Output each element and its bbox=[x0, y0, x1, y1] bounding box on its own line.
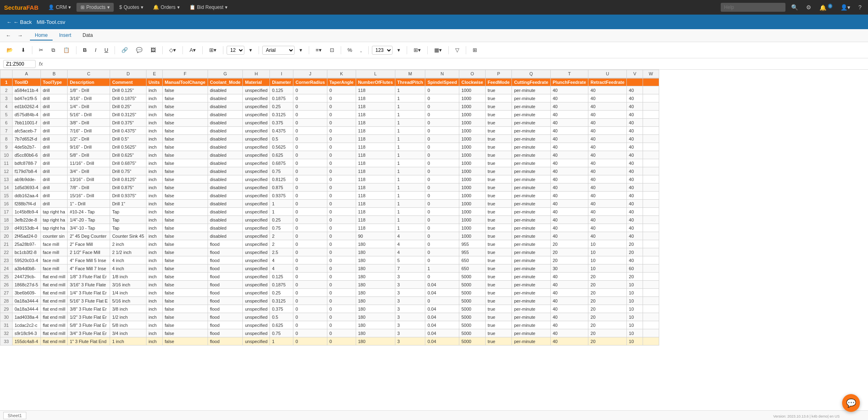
cell-tooltype[interactable]: face mill bbox=[40, 240, 68, 248]
cell-description[interactable]: 1" - Drill bbox=[68, 200, 110, 208]
cell-units[interactable]: inch bbox=[146, 127, 163, 135]
table-row[interactable]: 87b7d652f-ddrill1/2" - DrillDrill 0.5"in… bbox=[0, 135, 659, 143]
table-row[interactable]: 67bb11001-fdrill3/8" - DrillDrill 0.375"… bbox=[0, 119, 659, 127]
cell-comment[interactable]: 3/4 inch bbox=[110, 329, 146, 337]
cell-empty2[interactable] bbox=[643, 208, 659, 216]
cell-comment[interactable]: Drill 0.3125" bbox=[110, 111, 146, 119]
table-row[interactable]: 10d5cc80b6-6drill5/8" - DrillDrill 0.625… bbox=[0, 151, 659, 159]
cell-flutes[interactable]: 90 bbox=[356, 232, 395, 240]
cell-flutes[interactable]: 118 bbox=[356, 183, 395, 192]
cell-retract[interactable]: 10 bbox=[588, 248, 627, 256]
cell-comment[interactable]: Drill 0.4375" bbox=[110, 127, 146, 135]
row-num[interactable]: 19 bbox=[0, 224, 13, 232]
notification-icon[interactable]: 🔔 0 bbox=[817, 3, 835, 12]
cell-empty2[interactable] bbox=[643, 167, 659, 175]
col-m[interactable]: M bbox=[395, 70, 425, 78]
cell-description[interactable]: 3/16" - Drill bbox=[68, 94, 110, 102]
cell-empty2[interactable] bbox=[643, 224, 659, 232]
cell-feedmode[interactable]: true bbox=[486, 200, 512, 208]
cell-flutes[interactable]: 118 bbox=[356, 200, 395, 208]
cell-taper[interactable]: 0 bbox=[327, 321, 356, 329]
cell-plunch[interactable]: 40 bbox=[550, 151, 588, 159]
col-f[interactable]: F bbox=[163, 70, 208, 78]
cell-manual[interactable]: false bbox=[163, 240, 208, 248]
cell-coolant[interactable]: disabled bbox=[208, 224, 243, 232]
cell-empty2[interactable] bbox=[643, 256, 659, 264]
cell-empty1[interactable]: 40 bbox=[627, 159, 643, 167]
cell-tooltype[interactable]: flat end mill bbox=[40, 321, 68, 329]
cell-units[interactable]: inch bbox=[146, 297, 163, 305]
cell-coolant[interactable]: flood bbox=[208, 321, 243, 329]
cell-toolid[interactable]: s9r18c94-3 bbox=[13, 329, 41, 337]
cell-manual[interactable]: false bbox=[163, 289, 208, 297]
cell-coolant[interactable]: flood bbox=[208, 240, 243, 248]
cell-comment[interactable]: 3/16 inch bbox=[110, 281, 146, 289]
cell-units[interactable]: inch bbox=[146, 305, 163, 313]
cell-description[interactable]: 1/4"-20 - Tap bbox=[68, 216, 110, 224]
cell-diameter[interactable]: 0.4375 bbox=[270, 127, 293, 135]
cell-spindle[interactable]: 0.04 bbox=[425, 281, 459, 289]
cell-toolid[interactable]: 0a18a344-4 bbox=[13, 297, 41, 305]
cell-empty2[interactable] bbox=[643, 305, 659, 313]
cell-manual[interactable]: false bbox=[163, 102, 208, 111]
nav-bid-request[interactable]: 📋 Bid Request ▾ bbox=[185, 3, 231, 12]
cell-description[interactable]: #10-24 - Tap bbox=[68, 208, 110, 216]
row-num[interactable]: 6 bbox=[0, 119, 13, 127]
table-row[interactable]: 5d575d84b-4drill5/16" - DrillDrill 0.312… bbox=[0, 111, 659, 119]
cell-spindle[interactable]: 0.04 bbox=[425, 313, 459, 321]
cell-spindle[interactable]: 0 bbox=[425, 273, 459, 281]
tab-home[interactable]: Home bbox=[30, 31, 53, 41]
cell-feedmode[interactable]: true bbox=[486, 119, 512, 127]
cell-empty2[interactable] bbox=[643, 151, 659, 159]
cell-reference[interactable] bbox=[3, 60, 36, 68]
cell-comment[interactable]: Drill 0.75" bbox=[110, 167, 146, 175]
cell-tooltype[interactable]: drill bbox=[40, 111, 68, 119]
cell-empty1[interactable]: 40 bbox=[627, 200, 643, 208]
cell-empty1[interactable]: 40 bbox=[627, 208, 643, 216]
cell-thread[interactable]: 4 bbox=[395, 240, 425, 248]
cell-manual[interactable]: false bbox=[163, 159, 208, 167]
row-num[interactable]: 5 bbox=[0, 111, 13, 119]
cell-feedmode[interactable]: true bbox=[486, 135, 512, 143]
cell-diameter[interactable]: 0.6875 bbox=[270, 159, 293, 167]
cell-retract[interactable]: 20 bbox=[588, 281, 627, 289]
cell-corner[interactable]: 0 bbox=[293, 329, 327, 337]
cell-spindle[interactable]: 0.04 bbox=[425, 329, 459, 337]
cell-description[interactable]: 2" 45 Deg Counter bbox=[68, 232, 110, 240]
cell-diameter[interactable]: 0.5 bbox=[270, 135, 293, 143]
cell-tooltype[interactable]: drill bbox=[40, 200, 68, 208]
row-num[interactable]: 33 bbox=[0, 337, 13, 345]
cell-taper[interactable]: 0 bbox=[327, 297, 356, 305]
cell-clockwise[interactable]: 1000 bbox=[459, 167, 486, 175]
cell-feedmode[interactable]: true bbox=[486, 256, 512, 264]
cell-toolid[interactable]: 3efb22de-8 bbox=[13, 216, 41, 224]
cell-clockwise[interactable]: 1000 bbox=[459, 135, 486, 143]
cell-flutes[interactable]: 118 bbox=[356, 119, 395, 127]
cell-cutting[interactable]: per-minute bbox=[512, 297, 550, 305]
cell-empty1[interactable]: 40 bbox=[627, 175, 643, 183]
cell-feedmode[interactable]: true bbox=[486, 127, 512, 135]
cell-thread[interactable]: 3 bbox=[395, 321, 425, 329]
cell-cutting[interactable]: per-minute bbox=[512, 248, 550, 256]
tab-insert[interactable]: Insert bbox=[54, 31, 76, 41]
cell-material[interactable]: unspecified bbox=[243, 86, 270, 94]
col-w[interactable]: W bbox=[643, 70, 659, 78]
cell-material[interactable]: unspecified bbox=[243, 127, 270, 135]
cell-clockwise[interactable]: 650 bbox=[459, 264, 486, 273]
cell-retract[interactable]: 40 bbox=[588, 167, 627, 175]
cell-toolid[interactable]: bc1cb3f2-8 bbox=[13, 248, 41, 256]
cell-manual[interactable]: false bbox=[163, 200, 208, 208]
cell-thread[interactable]: 7 bbox=[395, 264, 425, 273]
cell-material[interactable]: unspecified bbox=[243, 183, 270, 192]
cell-tooltype[interactable]: drill bbox=[40, 135, 68, 143]
cell-clockwise[interactable]: 1000 bbox=[459, 224, 486, 232]
cell-diameter[interactable]: 0.5625 bbox=[270, 143, 293, 151]
cell-feedmode[interactable]: true bbox=[486, 305, 512, 313]
cell-coolant[interactable]: flood bbox=[208, 337, 243, 345]
cell-empty1[interactable]: 10 bbox=[627, 313, 643, 321]
cell-clockwise[interactable]: 1000 bbox=[459, 111, 486, 119]
cell-material[interactable]: unspecified bbox=[243, 119, 270, 127]
cell-tooltype[interactable]: drill bbox=[40, 167, 68, 175]
row-num[interactable]: 3 bbox=[0, 94, 13, 102]
cell-taper[interactable]: 0 bbox=[327, 86, 356, 94]
